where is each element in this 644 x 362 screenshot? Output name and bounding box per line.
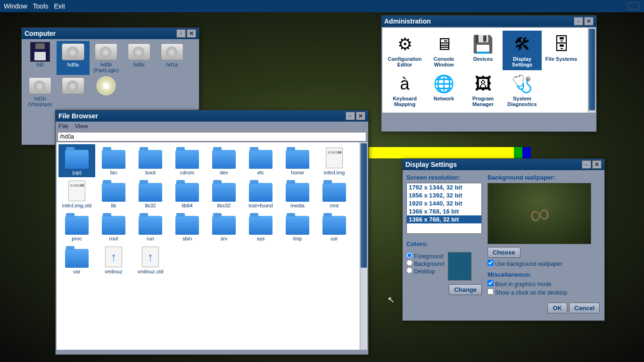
file-item[interactable]: etc xyxy=(242,144,279,177)
drive-item[interactable]: hd0b (PartLogic) xyxy=(90,41,123,75)
admin-item[interactable]: 🌐Network xyxy=(424,70,463,110)
file-item[interactable]: sbin xyxy=(169,210,206,243)
close-button[interactable]: ✕ xyxy=(584,17,594,25)
file-item[interactable]: usr xyxy=(316,210,353,243)
admin-icon: 🖼 xyxy=(471,73,495,95)
resolution-option[interactable]: 1366 x 768, 16 bit xyxy=(407,207,481,215)
file-item[interactable]: sys xyxy=(242,210,279,243)
admin-item[interactable]: 🖥Console Window xyxy=(424,31,463,70)
file-item[interactable]: lost+found xyxy=(242,177,279,210)
ok-button[interactable]: OK xyxy=(547,303,567,313)
file-item[interactable]: tmp xyxy=(279,210,316,243)
resolution-option[interactable]: 1366 x 768, 32 bit xyxy=(407,215,481,223)
radio-foreground[interactable]: Foreground xyxy=(406,252,444,260)
file-item[interactable]: bin xyxy=(95,144,132,177)
admin-item[interactable]: 🩺System Diagnostics xyxy=(503,70,542,110)
admin-label: File Systems xyxy=(543,56,580,62)
hdd-icon xyxy=(128,43,150,61)
fb-menu-view[interactable]: View xyxy=(75,123,88,130)
admin-item[interactable]: 💾Devices xyxy=(463,31,503,70)
display-settings-body: Screen resolution: 1792 x 1344, 32 bit18… xyxy=(403,170,604,301)
drive-label: hd1b (Visopsys) xyxy=(25,96,56,107)
file-item[interactable]: libx32 xyxy=(206,177,242,210)
admin-item[interactable]: àKeyboard Mapping xyxy=(385,70,424,110)
close-button[interactable]: ✕ xyxy=(592,160,602,169)
hdd-icon xyxy=(29,77,51,95)
admin-item[interactable]: 🛠Display Settings xyxy=(503,31,542,70)
menu-exit[interactable]: Exit xyxy=(54,2,65,10)
close-button[interactable]: ✕ xyxy=(356,112,365,120)
window-administration: Administration ▫ ✕ ⚙Configuration Editor… xyxy=(381,15,597,132)
check-use-wallpaper[interactable]: Use background wallpaper xyxy=(487,260,601,267)
file-item[interactable]: run xyxy=(132,210,169,243)
file-item[interactable]: lib64 xyxy=(169,177,206,210)
resolution-option[interactable]: 1920 x 1440, 32 bit xyxy=(407,199,481,207)
admin-icon: 💾 xyxy=(471,33,495,55)
drive-item[interactable] xyxy=(90,75,123,109)
titlebar-computer[interactable]: Computer ▫ ✕ xyxy=(22,28,199,39)
color-swatch xyxy=(448,252,471,280)
drive-item[interactable]: fd0 xyxy=(24,41,57,75)
drive-item[interactable]: hd0c xyxy=(123,41,156,75)
change-button[interactable]: Change xyxy=(449,284,482,295)
file-item[interactable]: cdrom xyxy=(169,144,206,177)
file-item[interactable]: lib32 xyxy=(132,177,169,210)
file-item[interactable]: home xyxy=(279,144,316,177)
menu-tools[interactable]: Tools xyxy=(33,2,49,10)
admin-icon: 🗄 xyxy=(550,33,573,55)
file-item[interactable]: media xyxy=(279,177,316,210)
radio-background[interactable]: Background xyxy=(406,260,444,267)
path-input[interactable] xyxy=(58,132,366,141)
drive-item[interactable]: hd1b (Visopsys) xyxy=(24,75,57,109)
cursor-icon: ↖ xyxy=(388,295,395,305)
close-button[interactable]: ✕ xyxy=(187,29,196,38)
file-item[interactable]: root xyxy=(95,210,132,243)
admin-item[interactable]: ⚙Configuration Editor xyxy=(385,31,424,70)
radio-desktop[interactable]: Desktop xyxy=(406,267,444,275)
titlebar-display-settings[interactable]: Display Settings ▫ ✕ xyxy=(403,159,604,170)
minimize-button[interactable]: ▫ xyxy=(574,17,583,25)
fb-menu-file[interactable]: File xyxy=(58,123,68,130)
file-item[interactable]: srv xyxy=(206,210,242,243)
file-item[interactable]: (up) xyxy=(58,144,95,177)
scrollbar[interactable] xyxy=(360,142,367,350)
minimize-button[interactable]: ▫ xyxy=(346,112,355,120)
drive-item[interactable]: hd0a xyxy=(57,41,90,75)
folder-icon xyxy=(322,183,346,202)
file-label: lost+found xyxy=(243,203,278,208)
minimize-button[interactable]: ▫ xyxy=(176,29,186,38)
file-item[interactable]: var xyxy=(58,243,95,276)
file-item[interactable]: initrd.img xyxy=(316,144,353,177)
admin-item[interactable]: 🖼Program Manager xyxy=(463,70,503,110)
drive-item[interactable] xyxy=(57,75,90,109)
resolution-list[interactable]: 1792 x 1344, 32 bit1856 x 1392, 32 bit19… xyxy=(406,183,482,234)
file-item[interactable]: ↑vmlinuz xyxy=(95,243,132,276)
title-administration: Administration xyxy=(384,17,573,25)
titlebar-administration[interactable]: Administration ▫ ✕ xyxy=(381,16,596,27)
file-label: libx32 xyxy=(206,203,241,208)
file-item[interactable]: ↑vmlinuz.old xyxy=(132,243,169,276)
scrollbar[interactable] xyxy=(588,28,595,113)
file-item[interactable]: boot xyxy=(132,144,169,177)
resolution-option[interactable]: 1856 x 1392, 32 bit xyxy=(407,191,481,199)
file-label: media xyxy=(280,203,315,208)
file-label: initrd.img.old xyxy=(59,203,94,208)
drive-item[interactable]: hd1a xyxy=(156,41,189,75)
file-item[interactable]: proc xyxy=(58,210,95,243)
check-show-clock[interactable]: Show a clock on the desktop xyxy=(487,288,601,296)
minimize-button[interactable]: ▫ xyxy=(582,160,591,169)
file-item[interactable]: mnt xyxy=(316,177,353,210)
file-item[interactable]: initrd.img.old xyxy=(58,177,95,210)
tray-minimize-icon[interactable] xyxy=(628,2,639,10)
menu-window[interactable]: Window xyxy=(4,2,27,10)
folder-icon xyxy=(212,183,236,202)
file-item[interactable]: dev xyxy=(206,144,242,177)
titlebar-file-browser[interactable]: File Browser ▫ ✕ xyxy=(56,110,368,122)
title-file-browser: File Browser xyxy=(58,112,345,120)
file-item[interactable]: lib xyxy=(95,177,132,210)
cancel-button[interactable]: Cancel xyxy=(569,303,600,313)
check-boot-graphics[interactable]: Boot in graphics mode xyxy=(487,280,601,288)
resolution-option[interactable]: 1792 x 1344, 32 bit xyxy=(407,183,481,191)
admin-item[interactable]: 🗄File Systems xyxy=(542,31,581,70)
choose-button[interactable]: Choose xyxy=(487,247,520,258)
